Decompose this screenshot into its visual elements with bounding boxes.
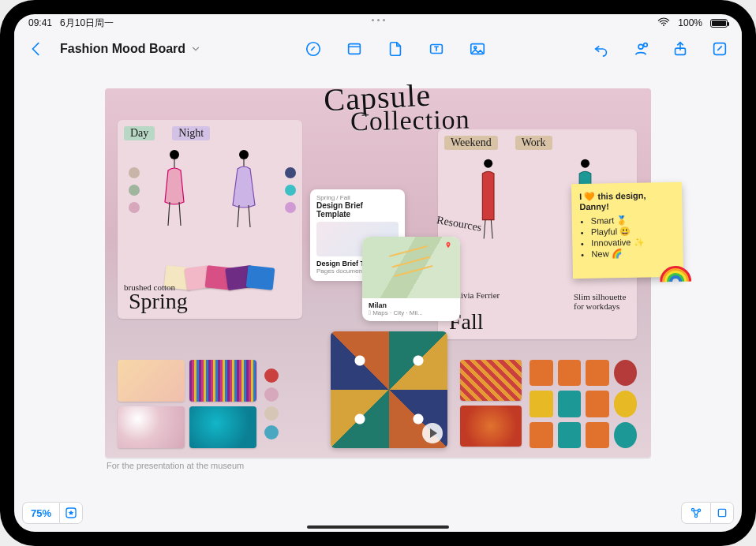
- inspo-strip-left: [118, 360, 279, 448]
- svg-point-12: [484, 159, 492, 168]
- graph-view-button[interactable]: [681, 502, 710, 524]
- svg-point-13: [581, 159, 589, 168]
- inspo-strip-right: [460, 360, 637, 448]
- svg-point-6: [638, 44, 643, 49]
- board-title-dropdown[interactable]: Fashion Mood Board: [60, 42, 201, 56]
- map-meta:  Maps · City · Mil...: [362, 309, 460, 321]
- insert-photo-button[interactable]: [465, 36, 490, 62]
- status-bar: 09:41 6月10日周一 100%: [14, 14, 742, 32]
- doc-title: Design Brief Template: [316, 201, 399, 219]
- board-caption: For the presentation at the museum: [107, 461, 244, 470]
- wifi-icon: [657, 17, 670, 29]
- rainbow-icon: [660, 261, 691, 284]
- tile-pattern-video[interactable]: [331, 331, 447, 448]
- app-toolbar: Fashion Mood Board: [14, 32, 742, 66]
- season-spring-label: Spring: [129, 289, 188, 314]
- single-view-button[interactable]: [710, 502, 734, 524]
- sticky-note-button[interactable]: [342, 36, 367, 62]
- play-icon[interactable]: [422, 423, 443, 443]
- battery-icon: [710, 19, 728, 28]
- sticky-note[interactable]: I 🧡 this design, Danny! Smart 🥇 Playful …: [571, 182, 683, 279]
- figure-day: [144, 147, 208, 234]
- board-heading: Capsule Collection: [317, 81, 440, 137]
- palette-left: [264, 360, 279, 448]
- silhouette-note: Slim silhouette for workdays: [574, 292, 629, 311]
- sticky-list: Smart 🥇 Playful 😃 Innovative ✨ New 🌈: [591, 215, 676, 260]
- svg-point-0: [663, 24, 664, 26]
- view-controls[interactable]: [681, 502, 734, 524]
- spring-night-colors: [280, 147, 296, 234]
- device-frame: 09:41 6月10日周一 100% Fashion Mood Board: [0, 0, 756, 546]
- maps-card[interactable]: Milan  Maps · City · Mil...: [362, 237, 460, 321]
- panel-spring[interactable]: Day Night: [118, 120, 302, 319]
- map-pin-icon: [444, 241, 452, 249]
- share-button[interactable]: [668, 36, 693, 62]
- map-thumb: [362, 237, 460, 298]
- svg-point-14: [447, 244, 449, 245]
- multitask-grabber[interactable]: [364, 19, 392, 21]
- svg-point-7: [644, 43, 648, 47]
- canvas[interactable]: Capsule Collection Day Night: [14, 66, 742, 532]
- sticky-item: Playful 😃: [591, 226, 675, 237]
- tag-night: Night: [172, 126, 210, 140]
- collaborate-button[interactable]: [628, 36, 653, 62]
- board-title: Fashion Mood Board: [60, 42, 185, 56]
- mood-board[interactable]: Capsule Collection Day Night: [105, 88, 651, 458]
- edit-button[interactable]: [707, 36, 732, 62]
- tag-work: Work: [515, 136, 552, 150]
- svg-point-11: [239, 150, 249, 159]
- svg-point-5: [473, 47, 476, 49]
- zoom-control[interactable]: 75%: [22, 502, 83, 524]
- svg-rect-2: [348, 44, 360, 54]
- figure-night: [212, 147, 275, 234]
- nodes-icon: [690, 507, 702, 519]
- text-box-button[interactable]: [424, 36, 449, 62]
- doc-breadcrumb: Spring / Fall: [316, 194, 399, 201]
- tag-weekend: Weekend: [444, 136, 498, 150]
- star-icon: [65, 507, 77, 519]
- status-time: 09:41: [28, 17, 52, 28]
- document-stack[interactable]: Resources Spring / Fall Design Brief Tem…: [310, 189, 452, 281]
- sticky-item: New 🌈: [591, 248, 675, 260]
- palette-right: [530, 360, 637, 448]
- markup-pen-button[interactable]: [301, 36, 326, 62]
- svg-rect-19: [718, 509, 725, 516]
- zoom-value[interactable]: 75%: [22, 502, 59, 524]
- chevron-down-icon: [190, 43, 201, 54]
- svg-point-10: [170, 150, 179, 159]
- favorites-button[interactable]: [59, 502, 83, 524]
- sticky-item: Innovative ✨: [591, 237, 675, 249]
- home-indicator[interactable]: [307, 525, 449, 529]
- screen: 09:41 6月10日周一 100% Fashion Mood Board: [14, 14, 742, 532]
- inspo-grid-left: [118, 360, 256, 448]
- status-date: 6月10日周一: [60, 17, 114, 30]
- square-icon: [716, 507, 728, 519]
- sticky-heading: I 🧡 this design, Danny!: [579, 190, 674, 211]
- tag-day: Day: [124, 126, 155, 140]
- battery-percent: 100%: [678, 17, 702, 28]
- sticky-item: Smart 🥇: [591, 215, 675, 226]
- fabric-swatches: [171, 267, 274, 289]
- spring-day-colors: [124, 147, 140, 234]
- map-city: Milan: [362, 298, 460, 309]
- add-file-button[interactable]: [383, 36, 408, 62]
- back-button[interactable]: [24, 36, 49, 62]
- undo-button[interactable]: [589, 36, 614, 62]
